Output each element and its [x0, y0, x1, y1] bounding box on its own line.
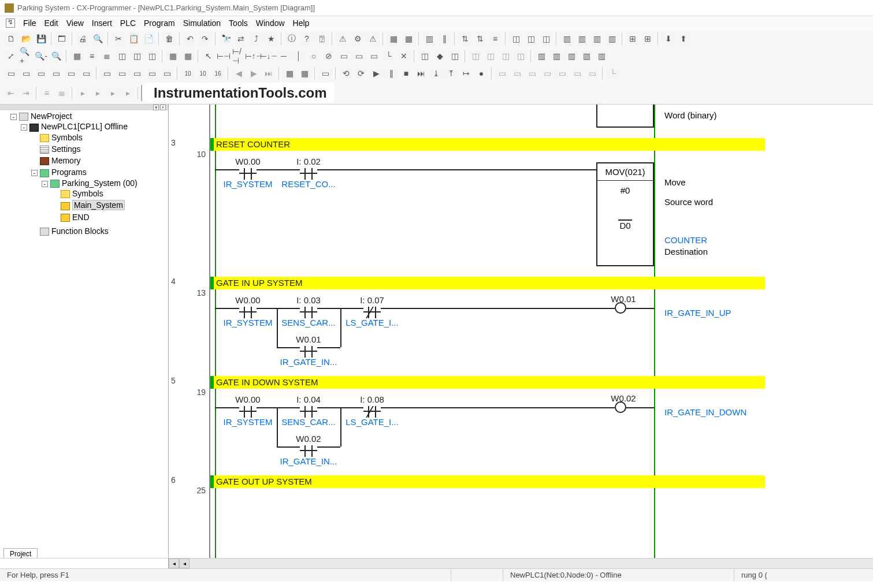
tree-settings[interactable]: Settings: [51, 144, 81, 154]
scroll-left2-icon[interactable]: ◂: [179, 559, 190, 568]
lib3-icon[interactable]: ◫: [448, 49, 462, 63]
coil-icon[interactable]: ○: [307, 49, 321, 63]
misc-icon[interactable]: ◫: [509, 32, 523, 46]
trace-icon[interactable]: ▥: [534, 49, 548, 63]
contact-cell[interactable]: W0.00 IR_SYSTEM: [222, 157, 274, 189]
rack2-icon[interactable]: ▥: [575, 32, 589, 46]
menu-simulation[interactable]: Simulation: [183, 18, 221, 28]
lib2-icon[interactable]: ◆: [433, 49, 447, 63]
base16-icon[interactable]: 16: [211, 66, 225, 80]
sym-icon[interactable]: ▦: [166, 49, 180, 63]
dbg1-icon[interactable]: ▭: [318, 66, 332, 80]
view1-icon[interactable]: ≡: [85, 49, 99, 63]
contact-cell[interactable]: W0.00 IR_SYSTEM: [222, 395, 274, 427]
mon5-icon[interactable]: ▭: [555, 66, 569, 80]
menu-edit[interactable]: Edit: [44, 18, 58, 28]
wm3-icon[interactable]: ◫: [499, 49, 512, 63]
mon2-icon[interactable]: ▭: [510, 66, 524, 80]
tree-prog-symbols[interactable]: Symbols: [72, 189, 103, 198]
lib1-icon[interactable]: ◫: [418, 49, 432, 63]
run-icon[interactable]: ▥: [422, 32, 436, 46]
misc3-icon[interactable]: ◫: [539, 32, 553, 46]
rack1-icon[interactable]: ▥: [560, 32, 574, 46]
win2-icon[interactable]: ▭: [19, 66, 33, 80]
dbg-pause-icon[interactable]: ‖: [384, 66, 398, 80]
view3-icon[interactable]: ◫: [115, 49, 129, 63]
tree-root[interactable]: NewProject: [31, 111, 72, 121]
menu-file[interactable]: File: [23, 18, 36, 28]
copy-icon[interactable]: 📋: [127, 32, 140, 46]
win1-icon[interactable]: ▭: [4, 66, 18, 80]
tree-program-name[interactable]: Parking_System (00): [62, 178, 138, 188]
contact-nc-cell[interactable]: I: 0.07 LS_GATE_I...: [343, 295, 401, 328]
win5-icon[interactable]: ▭: [64, 66, 78, 80]
view2-icon[interactable]: ≣: [100, 49, 114, 63]
win6-icon[interactable]: ▭: [79, 66, 93, 80]
document-icon[interactable]: [6, 18, 15, 28]
view5-icon[interactable]: ◫: [145, 49, 159, 63]
dbg-refresh-icon[interactable]: ⟳: [354, 66, 368, 80]
ladder-editor[interactable]: 3 10 4 13 5 19 6 25 Word (binary) RESET …: [169, 105, 873, 558]
grid-icon[interactable]: ▦: [70, 49, 84, 63]
tree-plc[interactable]: NewPLC1[CP1L] Offline: [41, 122, 128, 131]
conn1-icon[interactable]: ▦: [283, 66, 296, 80]
bm1-icon[interactable]: ▸: [76, 86, 90, 100]
output-coil[interactable]: [615, 401, 626, 413]
step2-icon[interactable]: ▶: [247, 66, 261, 80]
mov-function-box[interactable]: MOV(021) #0 D0: [596, 162, 654, 266]
bookmark-icon[interactable]: ★: [264, 32, 278, 46]
pause-icon[interactable]: ‖: [437, 32, 451, 46]
trace5-icon[interactable]: ▥: [595, 49, 608, 63]
rack4-icon[interactable]: ▥: [605, 32, 619, 46]
output-coil[interactable]: [615, 302, 626, 314]
contact-cell[interactable]: W0.01 IR_GATE_IN...: [280, 334, 337, 367]
hline-icon[interactable]: ─: [277, 49, 291, 63]
trace2-icon[interactable]: ▥: [549, 49, 563, 63]
find-icon[interactable]: 🔍: [91, 32, 105, 46]
trace3-icon[interactable]: ▥: [564, 49, 578, 63]
pane-dropdown-icon[interactable]: ▾: [153, 105, 159, 110]
expander-icon[interactable]: -: [31, 170, 38, 176]
scroll-left-icon[interactable]: ◂: [169, 559, 179, 568]
dbg-skip-icon[interactable]: ↦: [459, 66, 473, 80]
indent-in-icon[interactable]: ⇥: [19, 86, 33, 100]
base10-icon[interactable]: 10: [181, 66, 195, 80]
contact-cell[interactable]: I: 0.03 SENS_CAR...: [280, 295, 337, 328]
bm2-icon[interactable]: ▸: [91, 86, 105, 100]
goto-icon[interactable]: ⤴: [249, 32, 263, 46]
xfer2-icon[interactable]: ⇅: [473, 32, 487, 46]
expander-icon[interactable]: -: [10, 114, 17, 120]
sim1-icon[interactable]: ▭: [100, 66, 114, 80]
dbg-step-icon[interactable]: ⤓: [429, 66, 443, 80]
menu-view[interactable]: View: [66, 18, 84, 28]
contact-cell[interactable]: W0.00 IR_SYSTEM: [222, 295, 274, 328]
print-preview-icon[interactable]: 🗔: [55, 32, 69, 46]
net-icon[interactable]: ⊞: [626, 32, 640, 46]
warn2-icon[interactable]: ⚠: [366, 32, 380, 46]
monitor-icon[interactable]: ▦: [402, 32, 415, 46]
expander-icon[interactable]: -: [21, 124, 27, 131]
io-icon[interactable]: ▦: [181, 49, 195, 63]
menu-window[interactable]: Window: [256, 18, 285, 28]
binoculars-icon[interactable]: 🔭: [219, 32, 233, 46]
menu-help[interactable]: Help: [293, 18, 310, 28]
zoomout-icon[interactable]: 🔍-: [34, 49, 48, 63]
base10s-icon[interactable]: 10: [196, 66, 210, 80]
fn-icon[interactable]: ▭: [337, 49, 351, 63]
wm1-icon[interactable]: ◫: [469, 49, 482, 63]
menu-insert[interactable]: Insert: [92, 18, 112, 28]
vline-icon[interactable]: │: [292, 49, 306, 63]
context-help-icon[interactable]: ⍰: [315, 32, 329, 46]
step1-icon[interactable]: ◀: [232, 66, 246, 80]
wm4-icon[interactable]: ◫: [514, 49, 527, 63]
open-icon[interactable]: 📂: [19, 32, 33, 46]
net2-icon[interactable]: ⊞: [641, 32, 655, 46]
replace-icon[interactable]: ⇄: [234, 32, 248, 46]
wm2-icon[interactable]: ◫: [484, 49, 497, 63]
dbg-out-icon[interactable]: ⤒: [444, 66, 458, 80]
tree-fblocks[interactable]: Function Blocks: [51, 226, 109, 236]
tree-symbols[interactable]: Symbols: [51, 133, 83, 142]
info-icon[interactable]: ⓘ: [285, 32, 299, 46]
end-icon[interactable]: └: [606, 66, 620, 80]
delete-line-icon[interactable]: ✕: [397, 49, 411, 63]
